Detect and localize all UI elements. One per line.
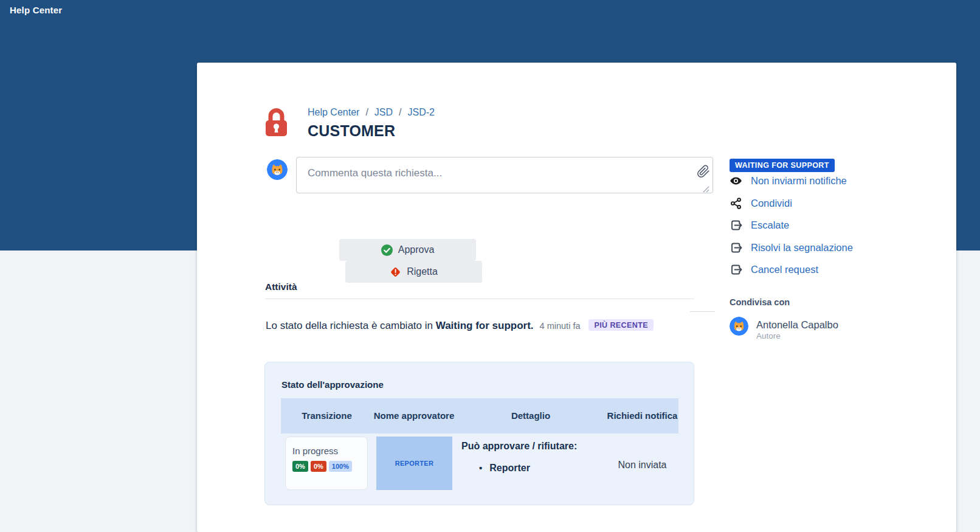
- bullet-dot: •: [479, 463, 482, 473]
- activity-timestamp: 4 minuti fa: [540, 321, 581, 331]
- rejected-percent-badge: 0%: [311, 461, 326, 472]
- activity-heading: Attività: [265, 282, 297, 292]
- detail-list-item: •Reporter: [479, 463, 530, 474]
- comment-input[interactable]: [296, 157, 713, 193]
- shared-user-row: Antonella Capalbo Autore: [730, 317, 838, 340]
- sidebar-action-escalate[interactable]: Escalate: [730, 219, 789, 232]
- transition-status-box: In progress 0% 0% 100%: [285, 437, 368, 490]
- sidebar-action-label: Condividi: [751, 198, 792, 209]
- sidebar-action-dont-notify[interactable]: Non inviarmi notifiche: [730, 174, 847, 187]
- notification-status-cell: Non inviata: [606, 460, 678, 471]
- approver-name-cell: REPORTER: [376, 437, 452, 490]
- sidebar-action-label: Escalate: [751, 219, 789, 231]
- transition-percentages: 0% 0% 100%: [292, 461, 361, 472]
- user-avatar: [267, 159, 288, 180]
- transition-icon: [730, 263, 742, 276]
- activity-item: Lo stato della richiesta è cambiato in W…: [266, 319, 716, 332]
- lock-icon: [261, 106, 291, 138]
- column-header-approver-name: Nome approvatore: [373, 410, 455, 422]
- sidebar-action-resolve[interactable]: Risolvi la segnalazione: [730, 241, 853, 254]
- sidebar-action-share[interactable]: Condividi: [730, 197, 792, 210]
- detail-approver-role: Reporter: [489, 463, 530, 473]
- approval-buttons-row: Approva Rigetta: [339, 239, 620, 283]
- request-status-badge: WAITING FOR SUPPORT: [730, 159, 835, 172]
- shared-user-avatar: [730, 317, 748, 336]
- breadcrumb-issue-key[interactable]: JSD-2: [408, 107, 435, 117]
- eye-icon: [730, 174, 742, 187]
- activity-text-prefix: Lo stato della richiesta è cambiato in: [266, 320, 436, 331]
- transition-icon: [730, 219, 742, 232]
- attach-paperclip-icon[interactable]: [697, 165, 710, 178]
- breadcrumb-separator: /: [365, 107, 368, 117]
- breadcrumb-separator: /: [399, 107, 401, 117]
- sidebar-action-cancel-request[interactable]: Cancel request: [730, 263, 818, 276]
- approve-button-label: Approva: [398, 244, 435, 255]
- sidebar-action-label: Non inviarmi notifiche: [751, 175, 847, 187]
- column-header-detail: Dettaglio: [455, 410, 606, 422]
- approve-button[interactable]: Approva: [339, 239, 476, 261]
- approved-percent-badge: 0%: [292, 461, 308, 472]
- sidebar-action-label: Cancel request: [751, 264, 818, 275]
- activity-divider: [265, 299, 694, 299]
- sidebar-section-divider: [690, 311, 715, 312]
- reject-button[interactable]: Rigetta: [345, 261, 482, 283]
- most-recent-badge: PIÙ RECENTE: [588, 319, 653, 331]
- textarea-resize-grip[interactable]: [703, 184, 709, 191]
- request-card: Help Center/JSD/JSD-2 CUSTOMER: [197, 63, 956, 532]
- breadcrumb-help-center[interactable]: Help Center: [308, 107, 359, 117]
- reject-button-label: Rigetta: [407, 266, 438, 277]
- approve-check-icon: [381, 244, 393, 256]
- request-title: CUSTOMER: [308, 122, 395, 140]
- sidebar-action-label: Risolvi la segnalazione: [751, 242, 853, 254]
- detail-title: Può approvare / rifiutare:: [461, 441, 577, 452]
- portal-title[interactable]: Help Center: [10, 5, 62, 15]
- share-icon: [730, 197, 742, 210]
- column-header-require-notification: Richiedi notifica: [606, 410, 678, 422]
- approval-table-header: Transizione Nome approvatore Dettaglio R…: [281, 398, 678, 434]
- breadcrumb: Help Center/JSD/JSD-2: [308, 107, 435, 118]
- activity-text-suffix: .: [531, 320, 534, 331]
- breadcrumb-project[interactable]: JSD: [374, 107, 393, 117]
- shared-with-heading: Condivisa con: [730, 297, 790, 307]
- activity-status-name: Waiting for support: [436, 320, 531, 331]
- transition-icon: [730, 241, 742, 254]
- approval-panel-title: Stato dell'approvazione: [281, 379, 384, 390]
- approval-status-panel: Stato dell'approvazione Transizione Nome…: [264, 362, 694, 505]
- reject-warning-icon: [390, 266, 401, 278]
- shared-user-role: Autore: [756, 331, 838, 340]
- column-header-transition: Transizione: [281, 410, 373, 422]
- transition-status-label: In progress: [292, 446, 361, 456]
- pending-percent-badge: 100%: [329, 461, 352, 472]
- shared-user-name: Antonella Capalbo: [756, 319, 838, 330]
